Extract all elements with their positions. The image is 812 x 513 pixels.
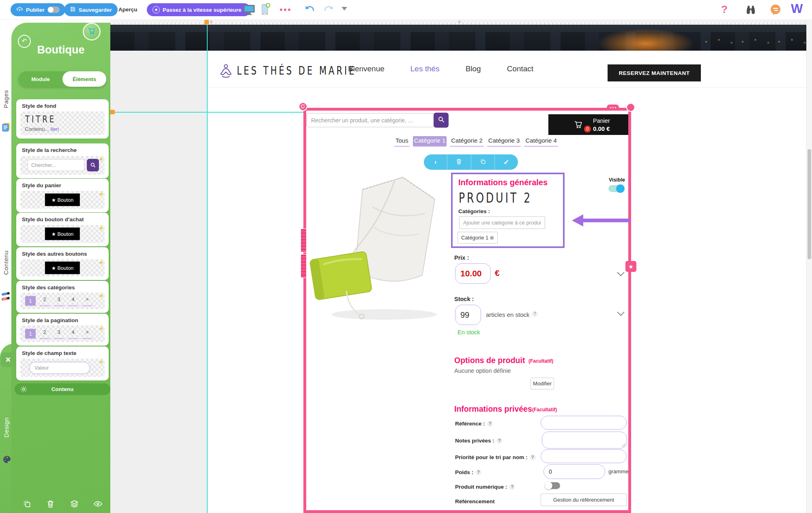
category-tous[interactable]: Tous [394,136,410,147]
site-logo-icon[interactable] [218,63,234,81]
star-handle-right[interactable]: ★ [625,261,636,272]
preview-pagination: 1 2 3 4 > [25,296,92,306]
preview-button[interactable]: Aperçu [118,6,137,13]
nav-blog[interactable]: Blog [466,64,481,73]
duplicate-module-icon[interactable] [22,499,32,510]
save-label: Sauvegarder [79,7,112,13]
resize-grip-left-1[interactable] [301,229,307,252]
sitew-logo[interactable]: W [791,2,803,16]
more-tools-icon[interactable] [280,9,290,11]
scrollbar-thumb[interactable] [808,149,811,259]
weight-help-icon[interactable]: ? [475,469,481,475]
collapse-button[interactable]: ‹ [424,154,447,170]
rotate-handle[interactable] [299,102,307,111]
history-dropdown-icon[interactable] [342,7,347,11]
category-4[interactable]: Catégorie 4 [524,136,558,147]
module-type-badge[interactable] [83,23,101,41]
more-options-handle[interactable] [607,105,619,111]
remove-category-icon[interactable]: ⊗ [490,235,494,241]
horizontal-guide[interactable] [115,112,303,113]
resize-handle-icon[interactable] [622,443,625,447]
desktop-view-icon[interactable] [243,4,256,17]
price-input[interactable] [455,263,491,284]
upgrade-button[interactable]: ★ Passez à la vitesse supérieure ! [147,3,251,16]
save-button[interactable]: Sauvegarder [64,3,118,16]
category-3[interactable]: Catégorie 3 [487,136,521,147]
price-label: Prix : [454,254,469,261]
cart-widget[interactable]: Panier 0 0.00 € [548,114,629,135]
reserve-button[interactable]: RESERVEZ MAINTENANT [608,64,701,81]
help-button[interactable]: ? [721,3,728,16]
search-site-icon[interactable] [745,4,757,17]
tab-module[interactable]: Module [19,71,62,87]
eye-icon[interactable] [93,499,103,510]
guide-handle[interactable] [110,110,115,114]
stock-help-icon[interactable]: ? [532,311,538,317]
undo-icon[interactable] [304,5,316,16]
duplicate-element-button[interactable] [471,154,495,170]
card-style-fond[interactable]: Style de fond Titre Contenu... lien [16,99,109,139]
delete-module-icon[interactable] [46,499,55,510]
product-image[interactable] [309,169,455,329]
category-tag[interactable]: Catégorie 1 ⊗ [458,232,498,244]
reference-help-icon[interactable]: ? [487,421,493,427]
product-search-input[interactable] [307,113,434,127]
category-1[interactable]: Catégorie 1 [413,136,447,147]
content-markers-icon[interactable] [1,291,11,305]
resize-grip-left-2[interactable] [301,254,307,278]
card-style-panier[interactable]: Style du panier ★ Bouton ★ [16,179,109,212]
panel-tabs: Module Éléments [19,71,106,87]
layers-icon[interactable] [70,499,79,510]
card-style-champ-texte[interactable]: Style de champ texte ★ [16,346,109,380]
reference-input[interactable] [541,416,627,430]
vertical-guide[interactable] [207,25,208,513]
visible-toggle[interactable] [608,185,625,192]
tab-elements[interactable]: Éléments [62,71,106,87]
priority-help-icon[interactable]: ? [530,454,536,460]
card-style-categories[interactable]: Style des catégories 1 2 3 4 > ★ [16,281,109,313]
delete-element-button[interactable] [447,154,471,170]
nav-contact[interactable]: Contact [507,64,533,73]
banner-lights [702,37,812,47]
card-style-recherche[interactable]: Style de la recherche ★ [16,143,109,178]
notes-help-icon[interactable]: ? [496,438,503,444]
general-info-box[interactable]: Informations générales Produit 2 Catégor… [451,173,565,248]
confirm-button[interactable]: ✓ [495,154,518,170]
page-number: 2 [39,296,50,306]
publish-toggle[interactable] [47,6,60,13]
digital-help-icon[interactable]: ? [509,484,515,490]
palette-icon[interactable] [2,455,12,466]
card-style-autres-boutons[interactable]: Style des autres boutons ★ Bouton ★ [16,247,109,280]
mobile-view-icon[interactable] [260,3,270,18]
add-category-input[interactable] [459,216,545,229]
site-brand[interactable]: Les thés de Marie [237,64,357,77]
product-search-button[interactable] [434,113,449,128]
card-preview: 1 2 3 4 > ★ [20,293,105,309]
digital-toggle[interactable] [546,482,560,489]
rail-content-label[interactable]: Contenu [2,250,9,275]
rail-design-label[interactable]: Design [3,417,10,438]
card-style-bouton-achat[interactable]: Style du bouton d'achat ★ Bouton ★ [16,213,109,246]
category-2[interactable]: Catégorie 2 [450,136,484,147]
seo-button[interactable]: Gestion du référencement [541,494,627,506]
pages-icon[interactable] [1,122,11,134]
product-name[interactable]: Produit 2 [459,190,532,205]
close-panel-button[interactable]: × [1,353,15,367]
stock-input[interactable] [455,305,481,325]
priority-input[interactable] [541,449,627,463]
chat-support-icon[interactable] [769,3,782,18]
nav-les-thes[interactable]: Les thés [410,64,440,73]
weight-input[interactable] [543,464,605,479]
rail-pages-label[interactable]: Pages [2,90,9,108]
publish-button[interactable]: Publier [11,3,65,16]
options-edit-button[interactable]: Modifier [531,378,554,389]
redo-icon[interactable] [323,5,334,16]
ruler-marker[interactable] [204,19,209,24]
notes-textarea[interactable] [542,432,627,449]
gear-icon[interactable] [20,385,28,395]
content-settings-bar[interactable]: Contenu [15,383,110,395]
card-style-pagination[interactable]: Style de la pagination 1 2 3 4 > ★ [16,314,109,346]
corner-handle-top-right[interactable] [626,103,635,112]
page-scrollbar[interactable] [806,19,812,513]
nav-bienvenue[interactable]: Bienvenue [348,64,385,73]
